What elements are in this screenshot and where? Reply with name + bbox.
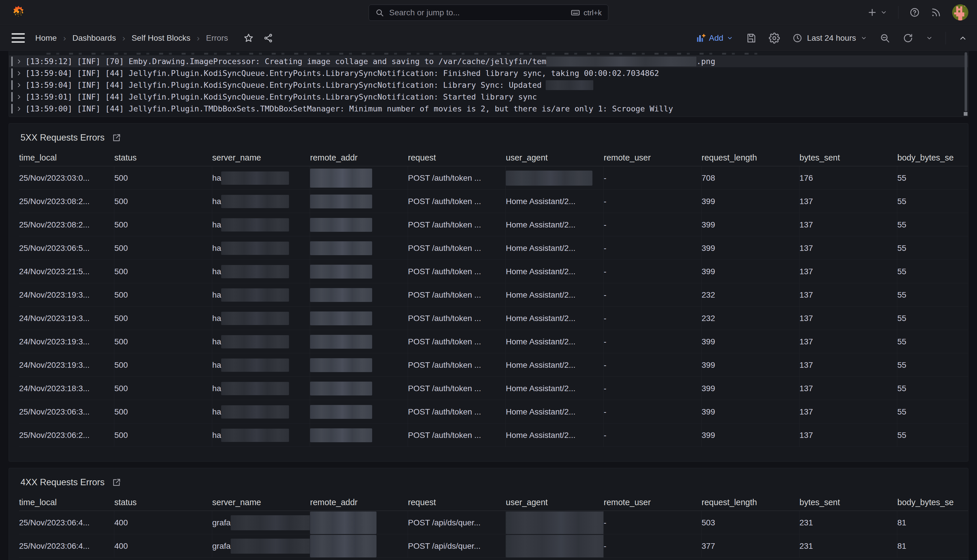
column-header-remote_user[interactable]: remote_user (604, 153, 702, 163)
breadcrumb-errors: Errors (206, 33, 228, 43)
table-cell: Home Assistant/2... (506, 423, 604, 447)
time-range-picker[interactable]: Last 24 hours (792, 33, 867, 43)
table-cell: POST /auth/token ... (408, 166, 506, 190)
cell-value: 25/Nov/2023:08:2... (19, 220, 90, 230)
share-icon[interactable] (263, 33, 273, 43)
table-cell: 25/Nov/2023:08:2... (19, 213, 114, 237)
column-header-server_name[interactable]: server_name (212, 153, 310, 163)
column-header-time_local[interactable]: time_local (19, 153, 114, 163)
search-icon (375, 8, 384, 17)
cell-value: POST /auth/token ... (408, 360, 481, 370)
cell-value: - (604, 314, 606, 323)
cell-value: 55 (897, 220, 906, 230)
add-panel-icon (696, 33, 705, 43)
add-button[interactable]: Add (696, 33, 734, 43)
column-header-status[interactable]: status (114, 153, 212, 163)
cell-value: POST /auth/token ... (408, 197, 481, 206)
breadcrumb-self-host-blocks[interactable]: Self Host Blocks (132, 33, 190, 43)
cell-value: 708 (702, 173, 715, 183)
news-icon[interactable] (931, 7, 941, 18)
table-cell: 399 (702, 237, 799, 260)
table-cell: ha (212, 400, 310, 423)
column-header-time_local[interactable]: time_local (19, 498, 114, 507)
cell-value: 55 (897, 173, 906, 183)
zoom-out-icon[interactable] (880, 33, 890, 43)
collapse-caret-icon[interactable] (959, 34, 967, 42)
table-cell: 399 (702, 213, 799, 237)
help-icon[interactable] (909, 7, 920, 18)
column-header-body_bytes_se[interactable]: body_bytes_se (897, 498, 968, 507)
column-header-request[interactable]: request (408, 153, 506, 163)
column-header-request[interactable]: request (408, 498, 506, 507)
search-input[interactable]: Search or jump to... ctrl+k (369, 5, 608, 21)
new-button[interactable] (867, 7, 887, 18)
table-cell: Home Assistant/2... (506, 400, 604, 423)
expand-log-icon[interactable] (16, 82, 23, 88)
column-header-request_length[interactable]: request_length (702, 153, 799, 163)
refresh-icon[interactable] (903, 33, 913, 43)
user-avatar[interactable] (952, 4, 968, 20)
redacted-block (310, 335, 372, 349)
cell-value: 231 (799, 542, 813, 551)
cell-value-prefix: grafa (212, 542, 231, 551)
expand-log-icon[interactable] (16, 58, 23, 65)
table-cell: 500 (114, 423, 212, 447)
table-cell: POST /auth/token ... (408, 260, 506, 283)
cell-value: 500 (114, 360, 128, 370)
table-cell: Home Assistant/2... (506, 330, 604, 353)
redacted-block (221, 242, 289, 255)
expand-log-icon[interactable] (16, 70, 23, 77)
column-header-user_agent[interactable]: user_agent (506, 153, 604, 163)
dashboard-settings-icon[interactable] (769, 33, 780, 43)
column-header-remote_addr[interactable]: remote_addr (310, 153, 408, 163)
jellyfin-logs-panel: [13:59:12] [INF] [70] Emby.Drawing.Image… (9, 51, 968, 117)
column-header-body_bytes_se[interactable]: body_bytes_se (897, 153, 968, 163)
cell-value: Home Assistant/2... (506, 220, 575, 230)
table-row: 25/Nov/2023:06:2...500haPOST /auth/token… (19, 423, 968, 447)
cell-value: 137 (799, 360, 813, 370)
column-header-status[interactable]: status (114, 498, 212, 507)
grafana-logo-icon[interactable] (12, 5, 25, 19)
table-cell: ha (212, 260, 310, 283)
refresh-interval-chevron-icon[interactable] (926, 35, 933, 42)
table-cell: POST /api/ds/quer... (408, 511, 506, 534)
external-link-icon[interactable] (112, 478, 121, 487)
cell-value: Home Assistant/2... (506, 384, 575, 393)
table-cell: 55 (897, 353, 968, 377)
cell-value: 81 (897, 518, 906, 527)
search-placeholder: Search or jump to... (389, 8, 565, 17)
star-icon[interactable] (243, 33, 253, 43)
cell-value: 25/Nov/2023:06:5... (19, 243, 90, 253)
table-cell: POST /auth/token ... (408, 423, 506, 447)
log-line-text: [13:59:01] [INF] [44] Jellyfin.Plugin.Ko… (25, 92, 537, 101)
column-header-user_agent[interactable]: user_agent (506, 498, 604, 507)
cell-value-prefix: ha (212, 360, 221, 370)
cell-value: 24/Nov/2023:19:3... (19, 314, 90, 323)
log-row: [13:59:01] [INF] [44] Jellyfin.Plugin.Ko… (9, 91, 968, 103)
expand-log-icon[interactable] (16, 105, 23, 112)
table-cell: POST /auth/token ... (408, 330, 506, 353)
external-link-icon[interactable] (112, 133, 121, 142)
table-cell: 232 (702, 307, 799, 330)
column-header-bytes_sent[interactable]: bytes_sent (799, 498, 897, 507)
panel-title[interactable]: 4XX Requests Errors (20, 477, 105, 488)
breadcrumb-home[interactable]: Home (35, 33, 57, 43)
column-header-bytes_sent[interactable]: bytes_sent (799, 153, 897, 163)
table-cell: 500 (114, 260, 212, 283)
table-cell: Home Assistant/2... (506, 190, 604, 213)
column-header-request_length[interactable]: request_length (702, 498, 799, 507)
redacted-block (546, 80, 593, 90)
breadcrumb-dashboards[interactable]: Dashboards (72, 33, 116, 43)
column-header-remote_user[interactable]: remote_user (604, 498, 702, 507)
cell-value: POST /auth/token ... (408, 220, 481, 230)
column-header-remote_addr[interactable]: remote_addr (310, 498, 408, 507)
table-5xx: time_localstatusserver_nameremote_addrre… (9, 145, 968, 447)
expand-log-icon[interactable] (16, 93, 23, 100)
cell-value-prefix: ha (212, 431, 221, 440)
column-header-server_name[interactable]: server_name (212, 498, 310, 507)
menu-icon[interactable] (12, 33, 25, 43)
panel-title[interactable]: 5XX Requests Errors (20, 132, 105, 143)
save-dashboard-icon[interactable] (746, 33, 756, 43)
redacted-block (221, 405, 289, 418)
log-vertical-scrollbar[interactable] (965, 52, 967, 112)
